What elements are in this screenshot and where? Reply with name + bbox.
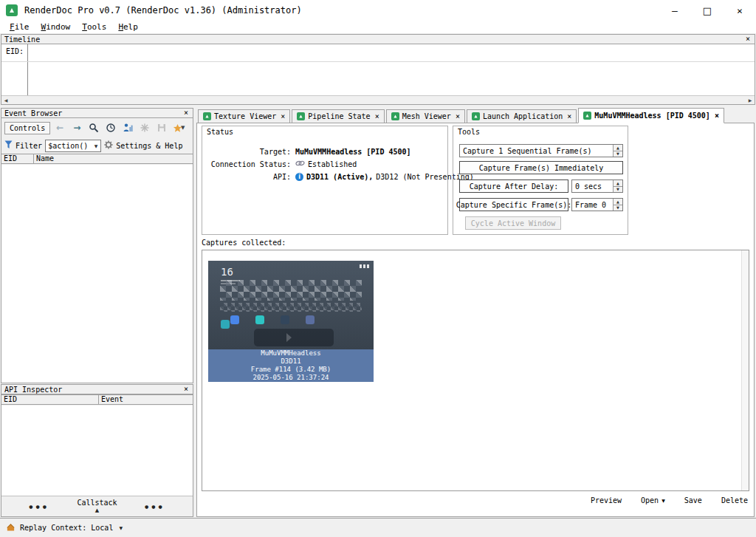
close-button[interactable]: × xyxy=(724,0,756,21)
timeline-row-divider xyxy=(1,61,755,62)
column-event[interactable]: Event xyxy=(99,395,193,404)
capture-after-delay-button[interactable]: Capture After Delay: xyxy=(459,179,568,193)
menu-file[interactable]: File xyxy=(4,21,35,33)
tab-launch-application[interactable]: Launch Application × xyxy=(467,109,577,123)
settings-help-link[interactable]: Settings & Help xyxy=(116,142,182,150)
dock-shape xyxy=(286,333,292,342)
bookmark-icon[interactable] xyxy=(137,120,152,135)
capture-timestamp: 2025-05-16 21:37:24 xyxy=(208,374,374,382)
target-value: MuMuVMMHeadless [PID 4500] xyxy=(295,148,411,156)
tab-close-icon[interactable]: × xyxy=(375,112,379,120)
column-eid[interactable]: EID xyxy=(1,395,99,404)
spin-up-icon[interactable]: ▲ xyxy=(614,180,622,186)
tab-pipeline-state[interactable]: Pipeline State × xyxy=(292,109,384,123)
status-bar: Replay Context: Local ▼ xyxy=(0,518,756,537)
spin-up-icon[interactable]: ▲ xyxy=(614,145,622,151)
tab-close-icon[interactable]: × xyxy=(715,112,719,120)
api-inspector-close-icon[interactable]: × xyxy=(182,386,190,393)
delete-button[interactable]: Delete xyxy=(721,496,748,504)
tab-mesh-viewer[interactable]: Mesh Viewer × xyxy=(386,109,465,123)
timeline-title: Timeline xyxy=(4,35,744,44)
tab-texture-viewer[interactable]: Texture Viewer × xyxy=(198,109,290,123)
main-pane: Texture Viewer × Pipeline State × Mesh V… xyxy=(196,108,755,517)
target-label: Target: xyxy=(208,148,291,156)
app-icon xyxy=(255,315,264,324)
save-button[interactable]: Save xyxy=(684,496,702,504)
app-icon xyxy=(281,315,289,324)
tab-mumu-vmm-headless[interactable]: MuMuVMMHeadless [PID 4500] × xyxy=(578,108,724,123)
controls-label: Controls xyxy=(4,122,50,134)
tools-group-title: Tools xyxy=(458,128,480,136)
scroll-right-icon[interactable]: ▶ xyxy=(746,96,755,104)
replay-context-label: Replay Context: xyxy=(20,524,86,532)
event-browser-close-icon[interactable]: × xyxy=(182,109,190,117)
scroll-track[interactable] xyxy=(10,96,746,104)
sequential-frames-spinbox[interactable]: Capture 1 Sequential Frame(s) ▲ ▼ xyxy=(459,144,623,157)
open-button[interactable]: Open ▼ xyxy=(641,496,665,504)
timeline-eid-label: EID: xyxy=(1,44,28,95)
cycle-active-window-button[interactable]: Cycle Active Window xyxy=(465,216,561,230)
capture-immediately-button[interactable]: Capture Frame(s) Immediately xyxy=(459,161,623,174)
capture-thumbnail[interactable]: 16 MuMuVMMHeadless xyxy=(208,261,374,382)
spin-up-icon[interactable]: ▲ xyxy=(614,199,622,205)
save-icon[interactable] xyxy=(154,120,169,135)
specific-frame-spinbox[interactable]: Frame 0 ▲ ▼ xyxy=(571,198,623,211)
menu-bar: File Window Tools Help xyxy=(0,21,756,33)
tab-close-icon[interactable]: × xyxy=(567,112,571,120)
captures-collected-label: Captures collected: xyxy=(202,239,286,247)
menu-window[interactable]: Window xyxy=(35,21,77,33)
tab-close-icon[interactable]: × xyxy=(281,112,285,120)
dock-handle-left-icon[interactable]: ●●● xyxy=(1,504,77,509)
capture-api: D3D11 xyxy=(208,358,374,366)
timeline-hscrollbar[interactable]: ◀ ▶ xyxy=(1,95,755,104)
event-browser-list xyxy=(1,165,193,383)
find-icon[interactable] xyxy=(86,120,101,135)
android-clock: 16 xyxy=(221,267,233,277)
timeline-panel: Timeline × EID: ◀ ▶ xyxy=(1,34,755,105)
title-bar: RenderDoc Pro v0.7 (RenderDoc v1.36) (Ad… xyxy=(0,0,756,21)
time-draws-icon[interactable] xyxy=(103,120,118,135)
filter-row: Filter $action() ▼ Settings & Help xyxy=(1,137,193,154)
replay-context-dropdown[interactable]: Replay Context: Local ▼ xyxy=(6,522,123,533)
capture-screenshot: 16 xyxy=(208,261,374,349)
counters-icon[interactable] xyxy=(120,120,135,135)
captures-vscrollbar[interactable] xyxy=(741,250,749,490)
connection-status-value: Established xyxy=(308,160,357,168)
options-icon[interactable]: ▼ xyxy=(171,120,186,135)
step-forward-icon[interactable]: → xyxy=(69,120,84,135)
tab-label: Launch Application xyxy=(483,112,563,120)
menu-tools[interactable]: Tools xyxy=(76,21,112,33)
settings-gear-icon[interactable] xyxy=(104,140,113,151)
delay-spinbox[interactable]: 0 secs ▲ ▼ xyxy=(571,179,623,193)
capture-actions: Preview Open ▼ Save Delete xyxy=(591,496,748,504)
event-browser-title: Event Browser xyxy=(4,109,182,117)
tab-label: Pipeline State xyxy=(308,112,370,120)
capture-frame-size: Frame #114 (3.42 MB) xyxy=(208,366,374,374)
replay-context-value: Local xyxy=(91,524,113,532)
filter-combobox[interactable]: $action() ▼ xyxy=(45,140,101,152)
spin-down-icon[interactable]: ▼ xyxy=(614,151,622,157)
timeline-close-icon[interactable]: × xyxy=(744,35,752,43)
step-back-icon[interactable]: ← xyxy=(52,120,67,135)
spin-down-icon[interactable]: ▼ xyxy=(614,186,622,193)
tab-close-icon[interactable]: × xyxy=(456,112,460,120)
preview-button[interactable]: Preview xyxy=(591,496,622,504)
minimize-button[interactable]: – xyxy=(659,0,691,21)
scroll-left-icon[interactable]: ◀ xyxy=(1,96,10,104)
maximize-button[interactable]: □ xyxy=(691,0,724,21)
column-name[interactable]: Name xyxy=(34,154,193,163)
combo-caret-icon: ▼ xyxy=(92,143,100,148)
replay-context-caret-icon: ▼ xyxy=(119,525,123,530)
replay-context-icon xyxy=(6,522,16,533)
tools-group: Tools Capture 1 Sequential Frame(s) ▲ ▼ … xyxy=(453,126,628,235)
app-icon xyxy=(306,315,315,324)
column-eid[interactable]: EID xyxy=(1,154,34,163)
app-icon xyxy=(221,320,230,329)
timeline-canvas[interactable]: EID: xyxy=(1,44,755,95)
dock-handle-right-icon[interactable]: ●●● xyxy=(117,504,193,509)
callstack-expand-icon[interactable]: ▲ xyxy=(95,507,99,514)
renderdoc-tab-icon xyxy=(583,112,591,120)
menu-help[interactable]: Help xyxy=(112,21,144,33)
capture-specific-frame-button[interactable]: Capture Specific Frame(s): xyxy=(459,198,568,211)
spin-down-icon[interactable]: ▼ xyxy=(614,205,622,211)
